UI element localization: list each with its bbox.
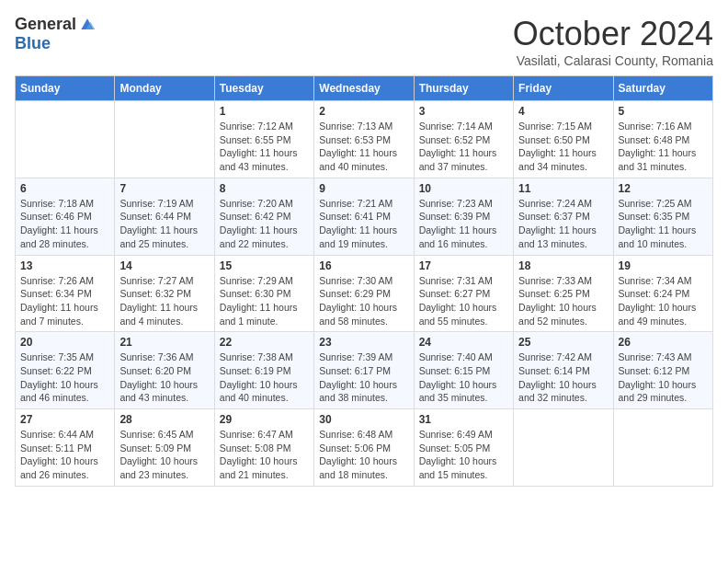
calendar-cell: 24Sunrise: 7:40 AMSunset: 6:15 PMDayligh… <box>414 332 513 409</box>
day-of-week-header: Friday <box>514 76 613 101</box>
day-info: Sunrise: 7:43 AMSunset: 6:12 PMDaylight:… <box>619 350 708 405</box>
calendar-cell: 4Sunrise: 7:15 AMSunset: 6:50 PMDaylight… <box>514 101 613 178</box>
calendar-cell: 13Sunrise: 7:26 AMSunset: 6:34 PMDayligh… <box>16 255 115 332</box>
day-info: Sunrise: 6:47 AMSunset: 5:08 PMDaylight:… <box>220 428 309 482</box>
day-info: Sunrise: 7:29 AMSunset: 6:30 PMDaylight:… <box>220 274 309 328</box>
day-number: 24 <box>419 336 508 349</box>
day-info: Sunrise: 7:40 AMSunset: 6:15 PMDaylight:… <box>419 350 508 405</box>
day-number: 27 <box>20 413 109 426</box>
day-info: Sunrise: 6:48 AMSunset: 5:06 PMDaylight:… <box>319 428 408 482</box>
day-info: Sunrise: 7:34 AMSunset: 6:24 PMDaylight:… <box>619 274 708 328</box>
calendar-table: SundayMondayTuesdayWednesdayThursdayFrid… <box>15 75 713 487</box>
calendar-cell: 3Sunrise: 7:14 AMSunset: 6:52 PMDaylight… <box>414 101 513 178</box>
day-info: Sunrise: 7:27 AMSunset: 6:32 PMDaylight:… <box>119 274 209 328</box>
day-number: 11 <box>518 182 608 195</box>
location: Vasilati, Calarasi County, Romania <box>513 53 713 68</box>
day-number: 25 <box>518 336 608 349</box>
calendar-cell: 19Sunrise: 7:34 AMSunset: 6:24 PMDayligh… <box>613 255 712 332</box>
day-number: 30 <box>319 413 408 426</box>
month-title: October 2024 <box>513 15 713 53</box>
calendar-cell <box>514 409 613 487</box>
day-info: Sunrise: 7:33 AMSunset: 6:25 PMDaylight:… <box>518 274 608 328</box>
calendar-cell: 23Sunrise: 7:39 AMSunset: 6:17 PMDayligh… <box>314 332 414 409</box>
calendar-cell: 6Sunrise: 7:18 AMSunset: 6:46 PMDaylight… <box>16 178 115 255</box>
day-info: Sunrise: 7:30 AMSunset: 6:29 PMDaylight:… <box>319 274 408 328</box>
calendar-cell: 11Sunrise: 7:24 AMSunset: 6:37 PMDayligh… <box>514 178 613 255</box>
day-info: Sunrise: 7:31 AMSunset: 6:27 PMDaylight:… <box>419 274 508 328</box>
day-of-week-header: Wednesday <box>314 76 414 101</box>
day-number: 1 <box>220 105 309 118</box>
calendar-week-row: 27Sunrise: 6:44 AMSunset: 5:11 PMDayligh… <box>16 409 713 487</box>
calendar-cell: 5Sunrise: 7:16 AMSunset: 6:48 PMDaylight… <box>613 101 712 178</box>
calendar-cell: 21Sunrise: 7:36 AMSunset: 6:20 PMDayligh… <box>115 332 214 409</box>
logo-general: General <box>15 15 76 34</box>
day-info: Sunrise: 7:38 AMSunset: 6:19 PMDaylight:… <box>220 350 309 405</box>
page-header: General Blue October 2024 Vasilati, Cala… <box>15 15 713 68</box>
day-number: 6 <box>20 182 109 195</box>
day-info: Sunrise: 7:16 AMSunset: 6:48 PMDaylight:… <box>619 120 708 174</box>
calendar-cell: 16Sunrise: 7:30 AMSunset: 6:29 PMDayligh… <box>314 255 414 332</box>
calendar-cell: 7Sunrise: 7:19 AMSunset: 6:44 PMDaylight… <box>115 178 214 255</box>
day-number: 18 <box>518 259 608 272</box>
calendar-cell: 22Sunrise: 7:38 AMSunset: 6:19 PMDayligh… <box>214 332 313 409</box>
calendar-header-row: SundayMondayTuesdayWednesdayThursdayFrid… <box>16 76 713 101</box>
day-number: 2 <box>319 105 408 118</box>
day-info: Sunrise: 7:20 AMSunset: 6:42 PMDaylight:… <box>220 197 309 251</box>
day-info: Sunrise: 6:49 AMSunset: 5:05 PMDaylight:… <box>419 428 508 482</box>
day-number: 19 <box>619 259 708 272</box>
calendar-cell: 18Sunrise: 7:33 AMSunset: 6:25 PMDayligh… <box>514 255 613 332</box>
day-number: 3 <box>419 105 508 118</box>
day-info: Sunrise: 7:21 AMSunset: 6:41 PMDaylight:… <box>319 197 408 251</box>
calendar-cell: 17Sunrise: 7:31 AMSunset: 6:27 PMDayligh… <box>414 255 513 332</box>
day-info: Sunrise: 7:13 AMSunset: 6:53 PMDaylight:… <box>319 120 408 174</box>
day-number: 29 <box>220 413 309 426</box>
day-info: Sunrise: 7:26 AMSunset: 6:34 PMDaylight:… <box>20 274 109 328</box>
calendar-cell: 14Sunrise: 7:27 AMSunset: 6:32 PMDayligh… <box>115 255 214 332</box>
day-number: 7 <box>119 182 209 195</box>
calendar-cell: 29Sunrise: 6:47 AMSunset: 5:08 PMDayligh… <box>214 409 313 487</box>
day-of-week-header: Sunday <box>16 76 115 101</box>
day-number: 8 <box>220 182 309 195</box>
calendar-cell: 10Sunrise: 7:23 AMSunset: 6:39 PMDayligh… <box>414 178 513 255</box>
calendar-cell: 20Sunrise: 7:35 AMSunset: 6:22 PMDayligh… <box>16 332 115 409</box>
logo-blue: Blue <box>15 34 51 53</box>
calendar-cell: 30Sunrise: 6:48 AMSunset: 5:06 PMDayligh… <box>314 409 414 487</box>
day-number: 20 <box>20 336 109 349</box>
day-number: 31 <box>419 413 508 426</box>
calendar-cell <box>115 101 214 178</box>
day-number: 22 <box>220 336 309 349</box>
calendar-cell: 27Sunrise: 6:44 AMSunset: 5:11 PMDayligh… <box>16 409 115 487</box>
calendar-cell: 12Sunrise: 7:25 AMSunset: 6:35 PMDayligh… <box>613 178 712 255</box>
day-number: 28 <box>119 413 209 426</box>
day-info: Sunrise: 7:18 AMSunset: 6:46 PMDaylight:… <box>20 197 109 251</box>
day-number: 16 <box>319 259 408 272</box>
day-info: Sunrise: 7:25 AMSunset: 6:35 PMDaylight:… <box>619 197 708 251</box>
calendar-week-row: 13Sunrise: 7:26 AMSunset: 6:34 PMDayligh… <box>16 255 713 332</box>
day-number: 4 <box>518 105 608 118</box>
day-info: Sunrise: 7:35 AMSunset: 6:22 PMDaylight:… <box>20 350 109 405</box>
day-info: Sunrise: 7:42 AMSunset: 6:14 PMDaylight:… <box>518 350 608 405</box>
calendar-cell: 28Sunrise: 6:45 AMSunset: 5:09 PMDayligh… <box>115 409 214 487</box>
title-section: October 2024 Vasilati, Calarasi County, … <box>513 15 713 68</box>
calendar-week-row: 20Sunrise: 7:35 AMSunset: 6:22 PMDayligh… <box>16 332 713 409</box>
logo: General Blue <box>15 15 97 53</box>
day-info: Sunrise: 7:24 AMSunset: 6:37 PMDaylight:… <box>518 197 608 251</box>
day-number: 5 <box>619 105 708 118</box>
day-number: 21 <box>119 336 209 349</box>
calendar-cell <box>613 409 712 487</box>
day-of-week-header: Tuesday <box>214 76 313 101</box>
day-number: 9 <box>319 182 408 195</box>
day-number: 13 <box>20 259 109 272</box>
day-of-week-header: Saturday <box>613 76 712 101</box>
day-number: 23 <box>319 336 408 349</box>
day-info: Sunrise: 7:36 AMSunset: 6:20 PMDaylight:… <box>119 350 209 405</box>
day-info: Sunrise: 7:39 AMSunset: 6:17 PMDaylight:… <box>319 350 408 405</box>
day-info: Sunrise: 6:44 AMSunset: 5:11 PMDaylight:… <box>20 428 109 482</box>
day-info: Sunrise: 7:14 AMSunset: 6:52 PMDaylight:… <box>419 120 508 174</box>
day-info: Sunrise: 7:12 AMSunset: 6:55 PMDaylight:… <box>220 120 309 174</box>
calendar-cell: 2Sunrise: 7:13 AMSunset: 6:53 PMDaylight… <box>314 101 414 178</box>
day-of-week-header: Monday <box>115 76 214 101</box>
calendar-cell: 15Sunrise: 7:29 AMSunset: 6:30 PMDayligh… <box>214 255 313 332</box>
day-of-week-header: Thursday <box>414 76 513 101</box>
day-info: Sunrise: 7:19 AMSunset: 6:44 PMDaylight:… <box>119 197 209 251</box>
